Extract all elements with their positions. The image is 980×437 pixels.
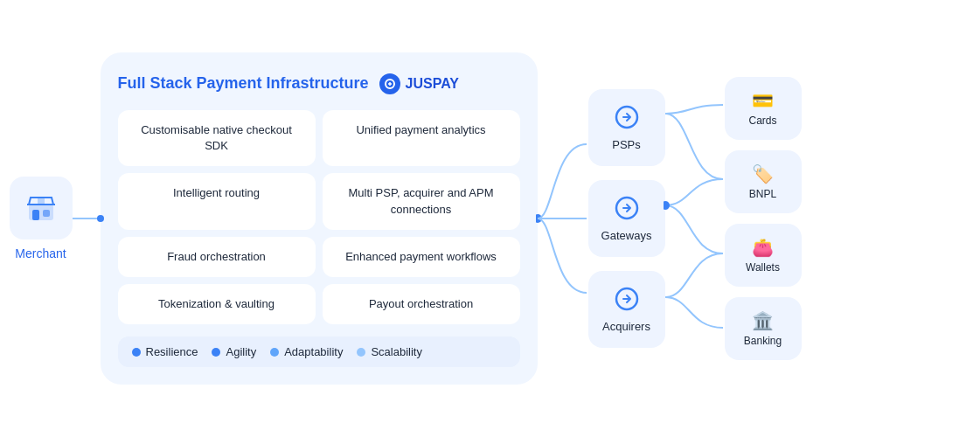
feature-psp: Multi PSP, acquirer and APM connections — [323, 173, 520, 229]
bnpl-icon: 🏷️ — [752, 163, 774, 184]
psps-icon — [615, 105, 639, 133]
node-gateways: Gateways — [588, 180, 665, 257]
outcome-bnpl: 🏷️ BNPL — [725, 150, 802, 213]
merchant-label: Merchant — [15, 246, 66, 260]
badge-dot-adaptability — [270, 348, 279, 357]
feature-payout: Payout orchestration — [323, 284, 520, 324]
feature-tokenization: Tokenization & vaulting — [118, 284, 316, 324]
banking-icon: 🏛️ — [752, 310, 774, 331]
svg-rect-1 — [32, 210, 39, 220]
badge-label-agility: Agility — [226, 345, 256, 358]
gateways-icon — [615, 196, 639, 224]
badge-scalability: Scalability — [357, 345, 422, 358]
nodes-to-outcomes-connector — [664, 61, 725, 376]
merchant-section: Merchant — [10, 177, 73, 260]
svg-rect-3 — [38, 198, 45, 205]
diagram: Merchant Full Stack Payment Infrastructu… — [10, 9, 971, 428]
merchant-icon-box — [10, 177, 73, 239]
infra-card: Full Stack Payment Infrastructure JUSPAY… — [101, 52, 538, 385]
cards-icon: 💳 — [752, 90, 774, 111]
badge-agility: Agility — [212, 345, 256, 358]
outcomes-column: 💳 Cards 🏷️ BNPL 👛 Wallets 🏛️ Banking — [725, 77, 802, 360]
psps-arrow-icon — [615, 105, 639, 129]
svg-rect-2 — [43, 210, 50, 217]
badge-label-resilience: Resilience — [146, 345, 198, 358]
juspay-label: JUSPAY — [406, 76, 459, 92]
badge-label-adaptability: Adaptability — [284, 345, 343, 358]
wallets-label: Wallets — [746, 261, 780, 274]
wallets-icon: 👛 — [752, 237, 774, 258]
badge-dot-resilience — [132, 348, 141, 357]
store-icon — [25, 192, 57, 224]
juspay-logo — [379, 73, 400, 94]
badge-label-scalability: Scalability — [371, 345, 422, 358]
feature-fraud: Fraud orchestration — [118, 237, 316, 277]
juspay-brand: JUSPAY — [379, 73, 459, 94]
juspay-logo-icon — [384, 78, 396, 90]
bnpl-label: BNPL — [749, 188, 776, 200]
acquirers-icon — [615, 287, 639, 315]
psps-label: PSPs — [612, 138, 641, 151]
badge-resilience: Resilience — [132, 345, 198, 358]
infra-to-nodes-connector — [536, 87, 588, 350]
connector-line — [73, 218, 101, 219]
banking-label: Banking — [744, 335, 782, 347]
outcome-cards: 💳 Cards — [725, 77, 802, 140]
outcome-banking: 🏛️ Banking — [725, 297, 802, 360]
feature-checkout: Customisable native checkout SDK — [118, 110, 316, 166]
outcome-wallets: 👛 Wallets — [725, 224, 802, 287]
feature-workflows: Enhanced payment workflows — [323, 237, 520, 277]
gateways-arrow-icon — [615, 196, 639, 220]
gateways-label: Gateways — [601, 229, 652, 242]
svg-point-9 — [664, 201, 670, 210]
badge-dot-agility — [212, 348, 220, 357]
acquirers-arrow-icon — [615, 287, 639, 311]
nodes-column: PSPs Gateways Acquirers — [588, 89, 665, 348]
features-grid: Customisable native checkout SDK Unified… — [118, 110, 520, 324]
acquirers-label: Acquirers — [602, 320, 650, 333]
cards-label: Cards — [748, 114, 776, 127]
node-psps: PSPs — [588, 89, 665, 166]
badge-dot-scalability — [357, 348, 365, 357]
infra-header: Full Stack Payment Infrastructure JUSPAY — [118, 73, 520, 94]
connector-dot — [97, 215, 104, 222]
badges-row: Resilience Agility Adaptability Scalabil… — [118, 336, 520, 367]
badge-adaptability: Adaptability — [270, 345, 343, 358]
merchant-to-infra-connector — [73, 218, 101, 219]
node-acquirers: Acquirers — [588, 271, 665, 348]
feature-analytics: Unified payment analytics — [323, 110, 520, 166]
infra-title: Full Stack Payment Infrastructure — [118, 74, 369, 93]
feature-routing: Intelligent routing — [118, 173, 316, 229]
